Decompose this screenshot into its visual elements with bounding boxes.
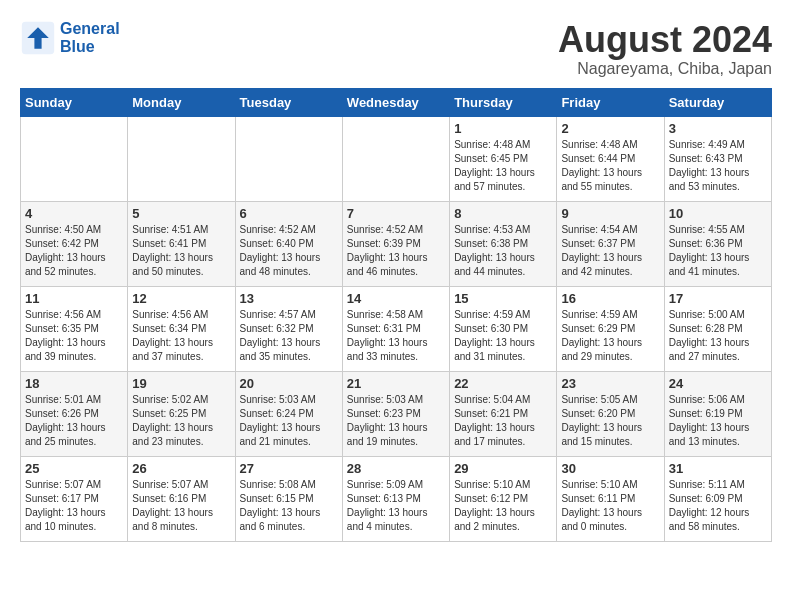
day-number: 18 <box>25 376 123 391</box>
day-number: 10 <box>669 206 767 221</box>
calendar-day-cell: 23Sunrise: 5:05 AM Sunset: 6:20 PM Dayli… <box>557 371 664 456</box>
calendar-day-cell: 19Sunrise: 5:02 AM Sunset: 6:25 PM Dayli… <box>128 371 235 456</box>
weekday-header-cell: Friday <box>557 88 664 116</box>
day-info: Sunrise: 4:49 AM Sunset: 6:43 PM Dayligh… <box>669 138 767 194</box>
calendar-day-cell: 3Sunrise: 4:49 AM Sunset: 6:43 PM Daylig… <box>664 116 771 201</box>
day-info: Sunrise: 5:09 AM Sunset: 6:13 PM Dayligh… <box>347 478 445 534</box>
day-number: 5 <box>132 206 230 221</box>
calendar-day-cell: 8Sunrise: 4:53 AM Sunset: 6:38 PM Daylig… <box>450 201 557 286</box>
calendar-day-cell: 1Sunrise: 4:48 AM Sunset: 6:45 PM Daylig… <box>450 116 557 201</box>
day-number: 19 <box>132 376 230 391</box>
day-number: 25 <box>25 461 123 476</box>
title-area: August 2024 Nagareyama, Chiba, Japan <box>558 20 772 78</box>
day-number: 9 <box>561 206 659 221</box>
calendar-day-cell: 16Sunrise: 4:59 AM Sunset: 6:29 PM Dayli… <box>557 286 664 371</box>
calendar-day-cell: 26Sunrise: 5:07 AM Sunset: 6:16 PM Dayli… <box>128 456 235 541</box>
day-info: Sunrise: 5:03 AM Sunset: 6:24 PM Dayligh… <box>240 393 338 449</box>
day-info: Sunrise: 4:53 AM Sunset: 6:38 PM Dayligh… <box>454 223 552 279</box>
day-number: 6 <box>240 206 338 221</box>
day-number: 17 <box>669 291 767 306</box>
day-number: 20 <box>240 376 338 391</box>
day-number: 4 <box>25 206 123 221</box>
day-info: Sunrise: 4:48 AM Sunset: 6:44 PM Dayligh… <box>561 138 659 194</box>
calendar-day-cell: 29Sunrise: 5:10 AM Sunset: 6:12 PM Dayli… <box>450 456 557 541</box>
calendar-day-cell: 22Sunrise: 5:04 AM Sunset: 6:21 PM Dayli… <box>450 371 557 456</box>
day-number: 7 <box>347 206 445 221</box>
day-info: Sunrise: 5:06 AM Sunset: 6:19 PM Dayligh… <box>669 393 767 449</box>
calendar-body: 1Sunrise: 4:48 AM Sunset: 6:45 PM Daylig… <box>21 116 772 541</box>
day-info: Sunrise: 4:59 AM Sunset: 6:29 PM Dayligh… <box>561 308 659 364</box>
calendar-week-row: 25Sunrise: 5:07 AM Sunset: 6:17 PM Dayli… <box>21 456 772 541</box>
day-info: Sunrise: 4:58 AM Sunset: 6:31 PM Dayligh… <box>347 308 445 364</box>
day-number: 2 <box>561 121 659 136</box>
calendar-day-cell <box>342 116 449 201</box>
calendar-day-cell: 24Sunrise: 5:06 AM Sunset: 6:19 PM Dayli… <box>664 371 771 456</box>
day-number: 11 <box>25 291 123 306</box>
calendar-day-cell: 5Sunrise: 4:51 AM Sunset: 6:41 PM Daylig… <box>128 201 235 286</box>
calendar-day-cell: 15Sunrise: 4:59 AM Sunset: 6:30 PM Dayli… <box>450 286 557 371</box>
day-number: 24 <box>669 376 767 391</box>
weekday-header-cell: Sunday <box>21 88 128 116</box>
calendar-week-row: 4Sunrise: 4:50 AM Sunset: 6:42 PM Daylig… <box>21 201 772 286</box>
logo-text: General Blue <box>60 20 120 56</box>
location: Nagareyama, Chiba, Japan <box>558 60 772 78</box>
day-info: Sunrise: 4:52 AM Sunset: 6:40 PM Dayligh… <box>240 223 338 279</box>
day-number: 31 <box>669 461 767 476</box>
weekday-header-cell: Saturday <box>664 88 771 116</box>
calendar-day-cell: 4Sunrise: 4:50 AM Sunset: 6:42 PM Daylig… <box>21 201 128 286</box>
calendar-day-cell: 13Sunrise: 4:57 AM Sunset: 6:32 PM Dayli… <box>235 286 342 371</box>
calendar-day-cell: 17Sunrise: 5:00 AM Sunset: 6:28 PM Dayli… <box>664 286 771 371</box>
weekday-header-row: SundayMondayTuesdayWednesdayThursdayFrid… <box>21 88 772 116</box>
calendar-day-cell: 7Sunrise: 4:52 AM Sunset: 6:39 PM Daylig… <box>342 201 449 286</box>
calendar-day-cell: 25Sunrise: 5:07 AM Sunset: 6:17 PM Dayli… <box>21 456 128 541</box>
day-info: Sunrise: 4:55 AM Sunset: 6:36 PM Dayligh… <box>669 223 767 279</box>
day-info: Sunrise: 5:04 AM Sunset: 6:21 PM Dayligh… <box>454 393 552 449</box>
day-info: Sunrise: 5:07 AM Sunset: 6:17 PM Dayligh… <box>25 478 123 534</box>
day-number: 21 <box>347 376 445 391</box>
day-info: Sunrise: 5:08 AM Sunset: 6:15 PM Dayligh… <box>240 478 338 534</box>
day-info: Sunrise: 4:59 AM Sunset: 6:30 PM Dayligh… <box>454 308 552 364</box>
day-info: Sunrise: 4:51 AM Sunset: 6:41 PM Dayligh… <box>132 223 230 279</box>
day-info: Sunrise: 5:02 AM Sunset: 6:25 PM Dayligh… <box>132 393 230 449</box>
calendar-day-cell: 12Sunrise: 4:56 AM Sunset: 6:34 PM Dayli… <box>128 286 235 371</box>
page-header: General Blue August 2024 Nagareyama, Chi… <box>20 20 772 78</box>
day-info: Sunrise: 4:48 AM Sunset: 6:45 PM Dayligh… <box>454 138 552 194</box>
day-number: 3 <box>669 121 767 136</box>
day-number: 16 <box>561 291 659 306</box>
day-number: 8 <box>454 206 552 221</box>
calendar-day-cell: 28Sunrise: 5:09 AM Sunset: 6:13 PM Dayli… <box>342 456 449 541</box>
calendar-day-cell <box>128 116 235 201</box>
day-number: 13 <box>240 291 338 306</box>
calendar-day-cell: 9Sunrise: 4:54 AM Sunset: 6:37 PM Daylig… <box>557 201 664 286</box>
calendar-week-row: 18Sunrise: 5:01 AM Sunset: 6:26 PM Dayli… <box>21 371 772 456</box>
day-info: Sunrise: 5:05 AM Sunset: 6:20 PM Dayligh… <box>561 393 659 449</box>
day-info: Sunrise: 5:07 AM Sunset: 6:16 PM Dayligh… <box>132 478 230 534</box>
calendar-day-cell: 30Sunrise: 5:10 AM Sunset: 6:11 PM Dayli… <box>557 456 664 541</box>
calendar-day-cell: 10Sunrise: 4:55 AM Sunset: 6:36 PM Dayli… <box>664 201 771 286</box>
calendar-day-cell: 31Sunrise: 5:11 AM Sunset: 6:09 PM Dayli… <box>664 456 771 541</box>
calendar-table: SundayMondayTuesdayWednesdayThursdayFrid… <box>20 88 772 542</box>
month-year: August 2024 <box>558 20 772 60</box>
calendar-day-cell: 6Sunrise: 4:52 AM Sunset: 6:40 PM Daylig… <box>235 201 342 286</box>
calendar-day-cell: 20Sunrise: 5:03 AM Sunset: 6:24 PM Dayli… <box>235 371 342 456</box>
day-info: Sunrise: 4:57 AM Sunset: 6:32 PM Dayligh… <box>240 308 338 364</box>
day-info: Sunrise: 5:00 AM Sunset: 6:28 PM Dayligh… <box>669 308 767 364</box>
day-number: 27 <box>240 461 338 476</box>
calendar-day-cell: 14Sunrise: 4:58 AM Sunset: 6:31 PM Dayli… <box>342 286 449 371</box>
day-number: 30 <box>561 461 659 476</box>
day-info: Sunrise: 5:11 AM Sunset: 6:09 PM Dayligh… <box>669 478 767 534</box>
day-number: 29 <box>454 461 552 476</box>
day-info: Sunrise: 5:10 AM Sunset: 6:11 PM Dayligh… <box>561 478 659 534</box>
day-info: Sunrise: 5:10 AM Sunset: 6:12 PM Dayligh… <box>454 478 552 534</box>
weekday-header-cell: Thursday <box>450 88 557 116</box>
day-info: Sunrise: 4:56 AM Sunset: 6:34 PM Dayligh… <box>132 308 230 364</box>
day-info: Sunrise: 5:03 AM Sunset: 6:23 PM Dayligh… <box>347 393 445 449</box>
calendar-week-row: 11Sunrise: 4:56 AM Sunset: 6:35 PM Dayli… <box>21 286 772 371</box>
calendar-day-cell <box>21 116 128 201</box>
day-number: 26 <box>132 461 230 476</box>
day-info: Sunrise: 4:56 AM Sunset: 6:35 PM Dayligh… <box>25 308 123 364</box>
calendar-day-cell: 18Sunrise: 5:01 AM Sunset: 6:26 PM Dayli… <box>21 371 128 456</box>
day-number: 1 <box>454 121 552 136</box>
day-number: 12 <box>132 291 230 306</box>
logo-icon <box>20 20 56 56</box>
